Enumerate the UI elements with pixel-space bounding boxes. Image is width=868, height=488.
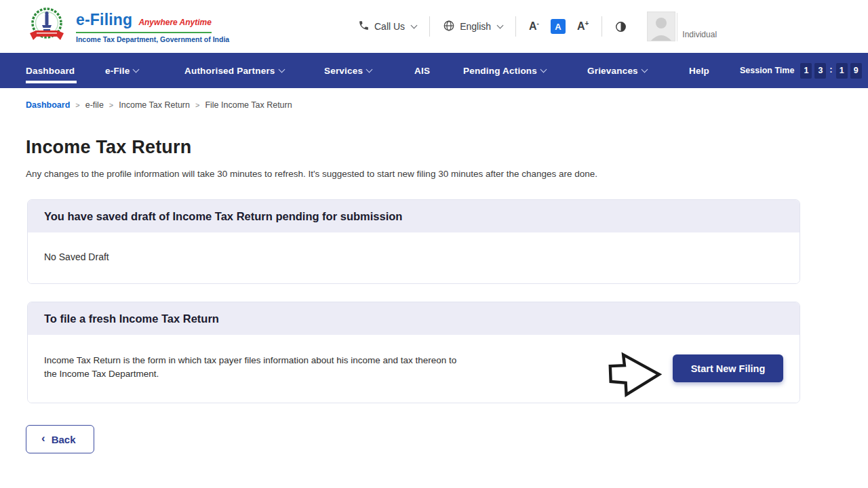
divider <box>601 16 602 37</box>
timer-digit: 3 <box>814 63 826 79</box>
fresh-filing-card: To file a fresh Income Tax Return Income… <box>27 302 800 403</box>
nav-services[interactable]: Services <box>324 53 372 88</box>
nav-grievances[interactable]: Grievances <box>587 53 647 88</box>
call-us-label: Call Us <box>374 21 405 32</box>
language-label: English <box>460 21 491 32</box>
contrast-toggle-icon[interactable] <box>615 21 627 33</box>
brand-text: e-Filing Anywhere Anytime Income Tax Dep… <box>76 11 229 43</box>
chevron-down-icon <box>366 66 373 73</box>
no-saved-draft-text: No Saved Draft <box>44 251 109 262</box>
font-size-controls: A- A A+ <box>529 19 589 34</box>
page-note: Any changes to the profile information w… <box>26 169 868 179</box>
brand-org-line: Income Tax Department, Government of Ind… <box>76 35 229 43</box>
timer-digit: 1 <box>836 63 848 79</box>
globe-icon <box>443 20 455 34</box>
session-timer: Session Time 1 3 : 1 9 <box>740 53 862 88</box>
timer-colon: : <box>829 64 832 75</box>
chevron-down-icon <box>540 66 547 73</box>
divider <box>677 13 677 41</box>
fresh-filing-description: Income Tax Return is the form in which t… <box>44 354 465 381</box>
avatar[interactable] <box>647 12 675 41</box>
breadcrumb-separator: > <box>75 101 79 109</box>
start-new-filing-button[interactable]: Start New Filing <box>673 354 783 382</box>
breadcrumb-separator: > <box>195 101 199 109</box>
nav-pending-actions[interactable]: Pending Actions <box>463 53 546 88</box>
profile-menu[interactable]: Individual <box>647 12 717 41</box>
back-button[interactable]: ‹ Back <box>26 425 94 453</box>
chevron-left-icon: ‹ <box>41 432 45 445</box>
fresh-filing-card-title: To file a fresh Income Tax Return <box>28 302 800 335</box>
site-brand: e-Filing Anywhere Anytime Income Tax Dep… <box>27 5 229 49</box>
app-name: e-Filing <box>76 11 132 29</box>
font-decrease-button[interactable]: A- <box>529 20 539 33</box>
nav-dashboard[interactable]: Dashboard <box>26 53 75 88</box>
breadcrumb-income-tax-return[interactable]: Income Tax Return <box>119 100 190 110</box>
nav-ais[interactable]: AIS <box>414 53 430 88</box>
breadcrumb: Dashboard > e-file > Income Tax Return >… <box>0 88 868 119</box>
nav-e-file[interactable]: e-File <box>105 53 138 88</box>
session-timer-label: Session Time <box>740 66 794 75</box>
top-header: e-Filing Anywhere Anytime Income Tax Dep… <box>0 0 868 53</box>
page-title: Income Tax Return <box>26 137 868 158</box>
divider <box>515 16 516 37</box>
chevron-down-icon <box>411 22 418 28</box>
timer-digit: 1 <box>800 63 812 79</box>
saved-draft-card-title: You have saved draft of Income Tax Retur… <box>28 200 800 232</box>
nav-authorised-partners[interactable]: Authorised Partners <box>184 53 284 88</box>
breadcrumb-file-income-tax-return: File Income Tax Return <box>205 100 292 110</box>
chevron-down-icon <box>133 66 140 73</box>
breadcrumb-separator: > <box>109 101 113 109</box>
font-increase-button[interactable]: A+ <box>577 20 589 33</box>
income-tax-dept-logo <box>27 5 66 49</box>
pointer-arrow-icon <box>604 346 664 400</box>
language-menu[interactable]: English <box>443 20 502 34</box>
main-nav: Dashboard e-File Authorised Partners Ser… <box>0 53 868 88</box>
back-button-label: Back <box>52 434 76 445</box>
call-us-menu[interactable]: Call Us <box>358 20 416 33</box>
header-controls: Call Us English A- A A+ Individual <box>358 0 717 53</box>
divider <box>429 16 430 37</box>
breadcrumb-dashboard[interactable]: Dashboard <box>26 100 70 110</box>
font-default-button[interactable]: A <box>551 19 566 34</box>
nav-help[interactable]: Help <box>689 53 709 88</box>
breadcrumb-e-file[interactable]: e-file <box>85 100 104 110</box>
saved-draft-card: You have saved draft of Income Tax Retur… <box>27 199 800 284</box>
chevron-down-icon <box>497 22 504 28</box>
chevron-down-icon <box>278 66 285 73</box>
phone-icon <box>358 20 370 33</box>
brand-tagline: Anywhere Anytime <box>138 18 212 27</box>
profile-type-label: Individual <box>682 30 717 39</box>
chevron-down-icon <box>641 66 648 73</box>
timer-digit: 9 <box>850 63 862 79</box>
